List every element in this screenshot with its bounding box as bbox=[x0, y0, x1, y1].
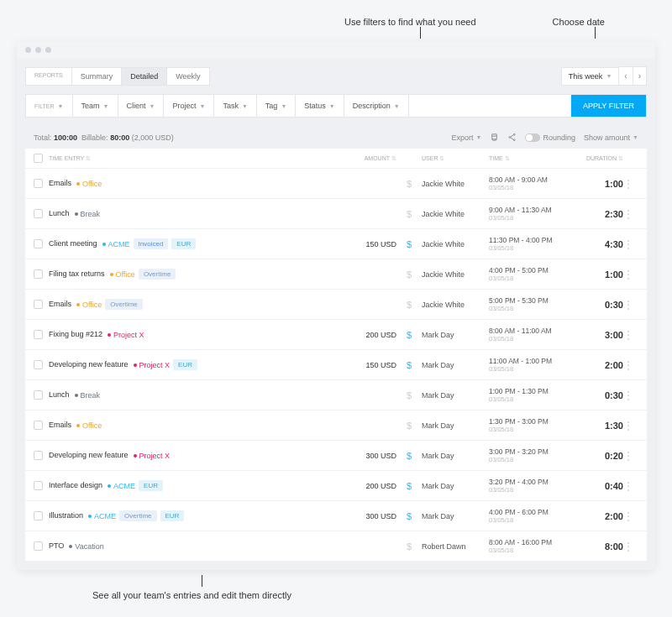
amount-cell: 300 USD bbox=[338, 452, 396, 460]
date-range-button[interactable]: This week▼ bbox=[561, 67, 619, 86]
table-row[interactable]: IllustrationACMEOvertimeEUR300 USD$Mark … bbox=[25, 501, 647, 531]
show-amount-button[interactable]: Show amount▼ bbox=[584, 133, 638, 142]
report-tabs: REPORTS SummaryDetailedWeekly bbox=[25, 67, 210, 86]
tab-summary[interactable]: Summary bbox=[72, 68, 123, 85]
filter-description[interactable]: Description▼ bbox=[344, 95, 409, 117]
row-more-icon[interactable]: ⋮ bbox=[623, 299, 638, 311]
row-more-icon[interactable]: ⋮ bbox=[623, 450, 638, 462]
billable-icon[interactable]: $ bbox=[407, 390, 412, 400]
table-row[interactable]: Fixing bug #212Project X200 USD$Mark Day… bbox=[25, 320, 647, 350]
rounding-toggle[interactable]: Rounding bbox=[525, 133, 575, 142]
table-row[interactable]: Filing tax returnsOfficeOvertime$Jackie … bbox=[25, 259, 647, 290]
user-cell: Mark Day bbox=[422, 512, 489, 520]
row-more-icon[interactable]: ⋮ bbox=[623, 208, 638, 220]
filter-tag[interactable]: Tag▼ bbox=[257, 95, 296, 117]
duration-cell: 0:30 bbox=[573, 390, 623, 400]
svg-point-2 bbox=[509, 137, 511, 139]
table-row[interactable]: EmailsOffice$Jackie White8:00 AM - 9:00 … bbox=[25, 169, 647, 199]
duration-cell: 0:30 bbox=[573, 300, 623, 310]
entry-title: Lunch bbox=[49, 209, 70, 217]
billable-icon[interactable]: $ bbox=[407, 481, 412, 491]
svg-point-1 bbox=[514, 133, 516, 135]
row-checkbox[interactable] bbox=[34, 300, 43, 309]
duration-cell: 0:20 bbox=[573, 451, 623, 461]
table-row[interactable]: Developing new featureProject XEUR150 US… bbox=[25, 350, 647, 380]
row-checkbox[interactable] bbox=[34, 209, 43, 218]
billable-icon[interactable]: $ bbox=[407, 239, 412, 249]
billable-icon[interactable]: $ bbox=[407, 269, 412, 280]
row-checkbox[interactable] bbox=[34, 390, 43, 400]
filter-task[interactable]: Task▼ bbox=[214, 95, 256, 117]
row-checkbox[interactable] bbox=[34, 541, 43, 551]
row-checkbox[interactable] bbox=[34, 330, 43, 339]
row-checkbox[interactable] bbox=[34, 360, 43, 369]
select-all-checkbox[interactable] bbox=[34, 154, 43, 163]
row-more-icon[interactable]: ⋮ bbox=[623, 510, 638, 522]
row-more-icon[interactable]: ⋮ bbox=[623, 359, 638, 371]
tab-weekly[interactable]: Weekly bbox=[167, 68, 208, 85]
date-prev-button[interactable]: ‹ bbox=[619, 66, 633, 86]
table-row[interactable]: Interface designACMEEUR200 USD$Mark Day3… bbox=[25, 471, 647, 501]
row-checkbox[interactable] bbox=[34, 481, 43, 490]
annotation-bottom: See all your team's entries and edit the… bbox=[92, 590, 655, 600]
billable-icon[interactable]: $ bbox=[407, 511, 412, 521]
row-more-icon[interactable]: ⋮ bbox=[623, 238, 638, 250]
billable-icon[interactable]: $ bbox=[407, 179, 412, 189]
table-row[interactable]: PTOVacation$Robert Dawn8:00 AM - 16:00 P… bbox=[25, 531, 647, 562]
date-next-button[interactable]: › bbox=[633, 66, 647, 86]
table-row[interactable]: Client meetingACMEInvoicedEUR150 USD$Jac… bbox=[25, 229, 647, 259]
row-more-icon[interactable]: ⋮ bbox=[623, 329, 638, 341]
row-more-icon[interactable]: ⋮ bbox=[623, 178, 638, 190]
summary-bar: Total: 100:00 Billable: 80:00 (2,000 USD… bbox=[25, 126, 647, 149]
table-header: TIME ENTRY⇅ AMOUNT⇅ USER⇅ TIME⇅ DURATION… bbox=[25, 149, 647, 169]
billable-icon[interactable]: $ bbox=[407, 209, 412, 219]
table-row[interactable]: EmailsOfficeOvertime$Jackie White5:00 PM… bbox=[25, 290, 647, 320]
share-icon[interactable] bbox=[507, 133, 517, 142]
entry-date: 03/05/18 bbox=[489, 426, 573, 433]
row-checkbox[interactable] bbox=[34, 511, 43, 520]
entry-title: Emails bbox=[49, 421, 71, 429]
billable-icon[interactable]: $ bbox=[407, 360, 412, 370]
row-more-icon[interactable]: ⋮ bbox=[623, 390, 638, 401]
row-more-icon[interactable]: ⋮ bbox=[623, 480, 638, 492]
filter-status[interactable]: Status▼ bbox=[296, 95, 344, 117]
filter-client[interactable]: Client▼ bbox=[118, 95, 165, 117]
amount-cell: 200 USD bbox=[338, 331, 396, 339]
project-tag: Office bbox=[76, 180, 102, 188]
billable-icon[interactable]: $ bbox=[407, 330, 412, 340]
table-row[interactable]: EmailsOffice$Mark Day1:30 PM - 3:00 PM03… bbox=[25, 410, 647, 441]
project-tag: Project X bbox=[134, 452, 171, 460]
export-button[interactable]: Export▼ bbox=[452, 133, 482, 142]
project-tag: ACME bbox=[102, 240, 130, 248]
billable-icon[interactable]: $ bbox=[407, 451, 412, 461]
row-more-icon[interactable]: ⋮ bbox=[623, 420, 638, 431]
project-tag: Office bbox=[76, 421, 102, 430]
amount-cell: 150 USD bbox=[338, 240, 396, 248]
filter-team[interactable]: Team▼ bbox=[73, 95, 118, 117]
filter-label[interactable]: FILTER▼ bbox=[26, 95, 73, 117]
billable-icon[interactable]: $ bbox=[407, 541, 412, 552]
row-more-icon[interactable]: ⋮ bbox=[623, 269, 638, 280]
table-row[interactable]: Developing new featureProject X300 USD$M… bbox=[25, 441, 647, 471]
print-icon[interactable] bbox=[490, 133, 499, 142]
tab-detailed[interactable]: Detailed bbox=[122, 68, 167, 85]
row-checkbox[interactable] bbox=[34, 179, 43, 188]
user-cell: Robert Dawn bbox=[422, 542, 489, 551]
table-row[interactable]: LunchBreak$Jackie White9:00 AM - 11:30 A… bbox=[25, 199, 647, 229]
user-cell: Jackie White bbox=[422, 210, 489, 218]
row-checkbox[interactable] bbox=[34, 451, 43, 460]
row-checkbox[interactable] bbox=[34, 421, 43, 430]
table-row[interactable]: LunchBreak$Mark Day1:00 PM - 1:30 PM03/0… bbox=[25, 380, 647, 410]
billable-icon[interactable]: $ bbox=[407, 300, 412, 310]
row-checkbox[interactable] bbox=[34, 269, 43, 279]
duration-cell: 4:30 bbox=[573, 239, 623, 249]
row-more-icon[interactable]: ⋮ bbox=[623, 541, 638, 552]
svg-rect-0 bbox=[492, 136, 497, 139]
amount-cell: 150 USD bbox=[338, 361, 396, 369]
row-checkbox[interactable] bbox=[34, 239, 43, 248]
time-range: 9:00 AM - 11:30 AM bbox=[489, 206, 573, 214]
entry-date: 03/05/18 bbox=[489, 395, 573, 403]
billable-icon[interactable]: $ bbox=[407, 421, 412, 431]
filter-project[interactable]: Project▼ bbox=[164, 95, 214, 117]
apply-filter-button[interactable]: APPLY FILTER bbox=[571, 95, 646, 117]
